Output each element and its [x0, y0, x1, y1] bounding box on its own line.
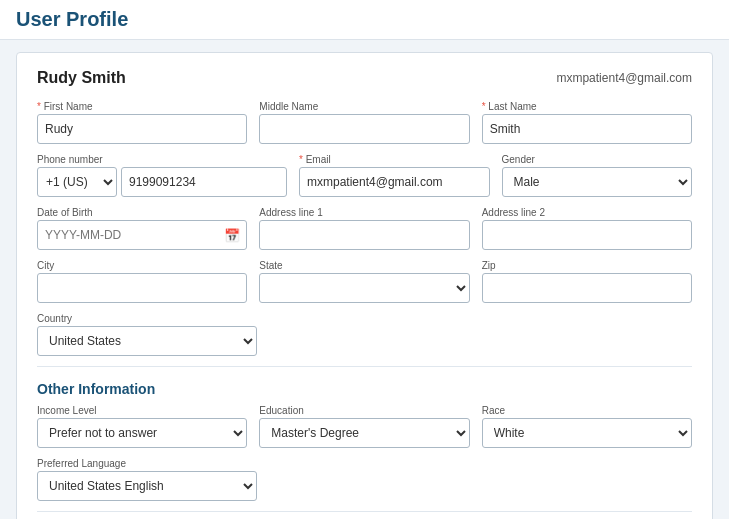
other-info-title: Other Information	[37, 381, 692, 397]
email-label: * Email	[299, 154, 490, 165]
gender-group: Gender Male Female Other	[502, 154, 693, 197]
address1-input[interactable]	[259, 220, 469, 250]
country-label: Country	[37, 313, 257, 324]
education-label: Education	[259, 405, 469, 416]
address2-input[interactable]	[482, 220, 692, 250]
gender-select[interactable]: Male Female Other	[502, 167, 693, 197]
address2-label: Address line 2	[482, 207, 692, 218]
last-name-label: * Last Name	[482, 101, 692, 112]
state-label: State	[259, 260, 469, 271]
zip-label: Zip	[482, 260, 692, 271]
other-info-row2: Preferred Language United States English	[37, 458, 692, 501]
zip-group: Zip	[482, 260, 692, 303]
divider-2	[37, 511, 692, 512]
income-label: Income Level	[37, 405, 247, 416]
dob-label: Date of Birth	[37, 207, 247, 218]
profile-card: Rudy Smith mxmpatient4@gmail.com * First…	[16, 52, 713, 519]
page-title: User Profile	[16, 8, 713, 31]
email-group: * Email	[299, 154, 490, 197]
name-row: * First Name Middle Name * Last Name	[37, 101, 692, 144]
education-group: Education Master's Degree	[259, 405, 469, 448]
main-container: Rudy Smith mxmpatient4@gmail.com * First…	[0, 40, 729, 519]
dob-input[interactable]	[37, 220, 247, 250]
gender-label: Gender	[502, 154, 693, 165]
phone-label: Phone number	[37, 154, 287, 165]
race-label: Race	[482, 405, 692, 416]
user-email: mxmpatient4@gmail.com	[556, 71, 692, 85]
address2-group: Address line 2	[482, 207, 692, 250]
middle-name-label: Middle Name	[259, 101, 469, 112]
race-select[interactable]: White	[482, 418, 692, 448]
pref-lang-select[interactable]: United States English	[37, 471, 257, 501]
phone-group: Phone number +1 (US)	[37, 154, 287, 197]
city-group: City	[37, 260, 247, 303]
phone-input-row: +1 (US)	[37, 167, 287, 197]
dob-group: Date of Birth 📅	[37, 207, 247, 250]
address-row: Date of Birth 📅 Address line 1 Address l…	[37, 207, 692, 250]
address1-group: Address line 1	[259, 207, 469, 250]
country-row: Country United States	[37, 313, 692, 356]
city-state-zip-row: City State Zip	[37, 260, 692, 303]
other-info-row1: Income Level Prefer not to answer Educat…	[37, 405, 692, 448]
race-group: Race White	[482, 405, 692, 448]
pref-lang-group: Preferred Language United States English	[37, 458, 257, 501]
contact-row: Phone number +1 (US) * Email Gender Male	[37, 154, 692, 197]
user-name: Rudy Smith	[37, 69, 126, 87]
education-select[interactable]: Master's Degree	[259, 418, 469, 448]
city-input[interactable]	[37, 273, 247, 303]
first-name-label: * First Name	[37, 101, 247, 112]
pref-lang-label: Preferred Language	[37, 458, 257, 469]
email-input[interactable]	[299, 167, 490, 197]
middle-name-input[interactable]	[259, 114, 469, 144]
first-name-group: * First Name	[37, 101, 247, 144]
dob-wrapper: 📅	[37, 220, 247, 250]
zip-input[interactable]	[482, 273, 692, 303]
address1-label: Address line 1	[259, 207, 469, 218]
income-select[interactable]: Prefer not to answer	[37, 418, 247, 448]
country-group: Country United States	[37, 313, 257, 356]
divider-1	[37, 366, 692, 367]
country-select[interactable]: United States	[37, 326, 257, 356]
state-select[interactable]	[259, 273, 469, 303]
state-group: State	[259, 260, 469, 303]
page-header: User Profile	[0, 0, 729, 40]
middle-name-group: Middle Name	[259, 101, 469, 144]
last-name-input[interactable]	[482, 114, 692, 144]
card-header: Rudy Smith mxmpatient4@gmail.com	[37, 69, 692, 87]
last-name-group: * Last Name	[482, 101, 692, 144]
income-group: Income Level Prefer not to answer	[37, 405, 247, 448]
phone-number-input[interactable]	[121, 167, 287, 197]
first-name-input[interactable]	[37, 114, 247, 144]
city-label: City	[37, 260, 247, 271]
phone-country-select[interactable]: +1 (US)	[37, 167, 117, 197]
